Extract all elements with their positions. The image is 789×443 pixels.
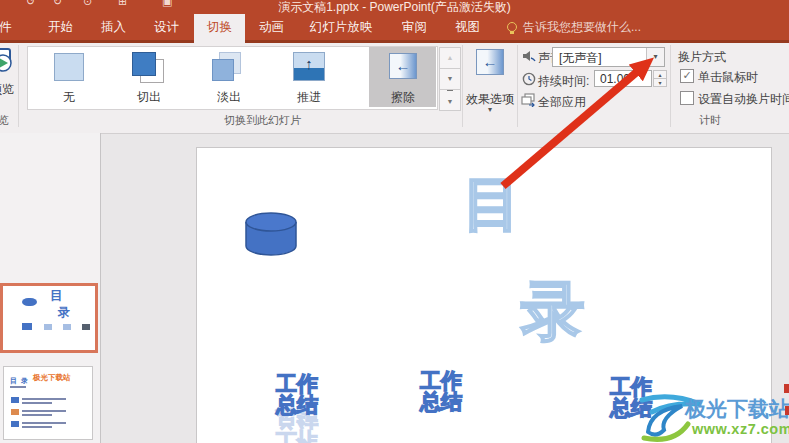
speaker-icon xyxy=(522,49,536,63)
slide-title-char-mu[interactable]: 目 xyxy=(463,175,521,233)
ribbon-tab-row: 文件 开始 插入 设计 切换 动画 幻灯片放映 审阅 视图 告诉我您想要做什么.… xyxy=(0,14,789,40)
transition-none-icon xyxy=(54,53,84,81)
mini-watermark-text: 极光下载站 xyxy=(33,373,71,383)
clock-icon xyxy=(522,72,536,86)
slide-title-char-lu[interactable]: 录 xyxy=(521,279,585,343)
gallery-group-label: 切换到此幻灯片 xyxy=(180,113,345,128)
apply-all-button[interactable]: 全部应用 xyxy=(538,94,586,111)
gallery-scroll-up-button[interactable]: ▲ xyxy=(439,47,461,69)
mini-shape xyxy=(44,324,52,330)
tell-me-box[interactable]: 告诉我您想要做什么... xyxy=(507,14,641,40)
mini-underline xyxy=(10,386,26,388)
preview-button-label: 预览 xyxy=(0,81,24,98)
transition-label: 淡出 xyxy=(193,89,265,106)
spin-down-icon: ▾ xyxy=(658,80,661,86)
tab-animations[interactable]: 动画 xyxy=(246,14,297,40)
work-summary-text-2[interactable]: 工作总结 xyxy=(415,370,467,412)
sound-dropdown-arrow[interactable]: ▾ xyxy=(646,48,664,66)
auto-advance-label: 设置自动换片时间 xyxy=(698,91,789,108)
watermark-site-url: www.xz7.com xyxy=(692,421,789,437)
push-arrow-icon: ↑ xyxy=(294,55,324,72)
group-separator xyxy=(462,45,463,127)
tab-file[interactable]: 文件 xyxy=(0,14,24,40)
group-separator xyxy=(670,45,671,127)
check-icon: ✓ xyxy=(682,69,691,81)
mini-text-line xyxy=(22,426,52,428)
mini-shape xyxy=(63,324,71,330)
tab-slideshow[interactable]: 幻灯片放映 xyxy=(296,14,386,40)
tab-home[interactable]: 开始 xyxy=(35,14,86,40)
work-summary-reflection: 工作总结 xyxy=(269,409,325,443)
duration-value: 01.00 xyxy=(600,72,630,86)
chevron-down-icon: ▾ xyxy=(653,52,657,61)
sound-dropdown[interactable]: [无声音] ▾ xyxy=(552,47,665,67)
site-watermark: 极光下载站 www.xz7.com xyxy=(638,384,789,443)
tab-review[interactable]: 审阅 xyxy=(389,14,440,40)
transition-label: 切出 xyxy=(113,89,185,106)
slide-thumbnails-panel: 目 录 目 录 极光下载站 目 录 极光下载站 xyxy=(0,133,101,443)
title-bar: ↺ ↻ ⊙ ⊞ ▣ 演示文稿1.pptx - PowerPoint(产品激活失败… xyxy=(0,0,789,14)
transition-wipe-selected[interactable]: ← 擦除 xyxy=(367,47,439,107)
mini-shape xyxy=(22,323,32,330)
auto-advance-checkbox[interactable] xyxy=(680,91,694,105)
watermark-site-name: 极光下载站 xyxy=(685,395,789,423)
transition-push-icon: ↑ xyxy=(293,52,325,81)
mini-shape xyxy=(82,324,90,330)
effect-options-icon: ← xyxy=(476,49,504,75)
wipe-arrow-icon: ← xyxy=(396,57,411,74)
transition-wipe-icon: ← xyxy=(389,53,417,79)
tab-transitions[interactable]: 切换 xyxy=(194,14,245,43)
transition-label: 擦除 xyxy=(367,89,439,106)
mini-list-icon xyxy=(11,421,19,427)
mini-list-icon xyxy=(11,409,19,415)
mini-list-icon xyxy=(11,397,19,403)
gallery-more-button[interactable]: ▼ xyxy=(439,89,461,111)
advance-slide-title: 换片方式 xyxy=(678,49,726,66)
tab-insert[interactable]: 插入 xyxy=(88,14,139,40)
transition-fade[interactable]: 淡出 xyxy=(193,47,265,107)
duration-label: 持续时间: xyxy=(538,73,589,90)
window-title: 演示文稿1.pptx - PowerPoint(产品激活失败) xyxy=(0,0,789,14)
apply-all-icon xyxy=(521,93,536,107)
mini-text-line xyxy=(22,402,52,404)
powerpoint-window: { "titlebar": { "title": "演示文稿1.pptx - P… xyxy=(0,0,789,443)
transition-label: 无 xyxy=(33,89,105,106)
preview-group-label: 预览 xyxy=(0,113,18,128)
gallery-scroll-down-button[interactable]: ▼ xyxy=(439,68,461,90)
ribbon: 预览 预览 无 切出 淡出 ↑ 推进 ← 擦除 ▲ ▼ ▼ 切换到此幻灯片 xyxy=(0,43,789,134)
timing-group-label: 计时 xyxy=(688,113,732,128)
on-mouse-click-label: 单击鼠标时 xyxy=(698,69,758,86)
tab-design[interactable]: 设计 xyxy=(141,14,192,40)
duration-input[interactable]: 01.00 xyxy=(594,70,652,87)
transitions-gallery: 无 切出 淡出 ↑ 推进 ← 擦除 xyxy=(27,46,438,110)
mini-text-line xyxy=(22,414,52,416)
effect-options-button[interactable]: ← 效果选项 ▾ xyxy=(464,45,516,127)
duration-spin-down[interactable]: ▾ xyxy=(653,78,667,87)
mini-cylinder-shape xyxy=(22,298,37,306)
transition-fade-icon-front xyxy=(212,59,234,81)
tell-me-label: 告诉我您想要做什么... xyxy=(523,20,641,34)
transition-cut-icon-front xyxy=(132,52,156,76)
mini-text-line xyxy=(22,410,66,412)
transition-label: 推进 xyxy=(273,89,345,106)
transition-none[interactable]: 无 xyxy=(33,47,105,107)
preview-play-icon xyxy=(0,46,12,76)
mini-slide-title: 目 录 xyxy=(10,376,29,386)
clipped-red-fragment xyxy=(784,384,789,393)
group-separator xyxy=(18,45,19,127)
on-mouse-click-checkbox[interactable]: ✓ xyxy=(680,69,694,83)
clipped-red-fragment xyxy=(785,406,789,415)
transition-push[interactable]: ↑ 推进 xyxy=(273,47,345,107)
chevron-down-icon: ▾ xyxy=(464,105,516,114)
tab-view[interactable]: 视图 xyxy=(442,14,493,40)
slide-thumbnail-1[interactable]: 目 录 xyxy=(0,283,98,353)
mini-title-char: 目 xyxy=(50,287,63,305)
group-separator xyxy=(517,45,518,127)
mini-title-char: 录 xyxy=(58,304,70,321)
lightbulb-icon xyxy=(507,22,517,32)
cylinder-shape[interactable] xyxy=(244,212,298,256)
slide-thumbnail-2[interactable]: 目 录 极光下载站 xyxy=(3,366,93,440)
mini-text-line xyxy=(22,398,66,400)
transition-cut[interactable]: 切出 xyxy=(113,47,185,107)
mini-text-line xyxy=(22,422,66,424)
